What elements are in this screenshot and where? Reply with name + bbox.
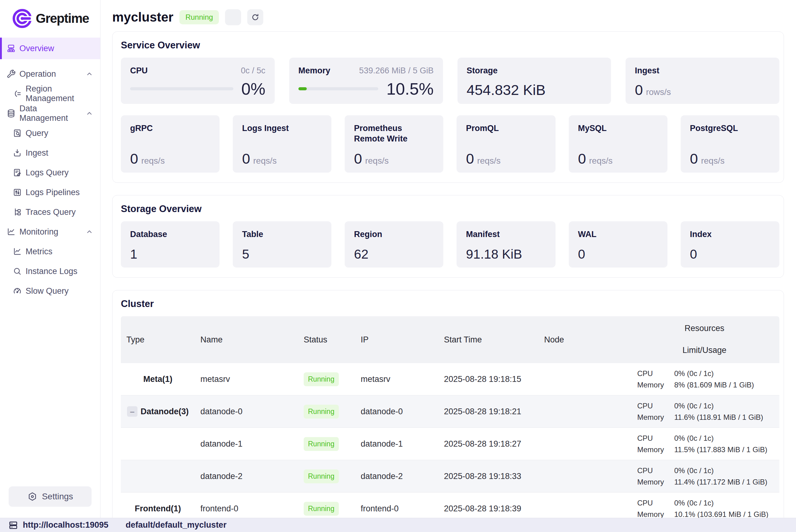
cpu-percent: 0% bbox=[241, 80, 265, 97]
rate-card-value: 0 bbox=[578, 151, 586, 166]
col-name: Name bbox=[195, 335, 298, 345]
cluster-table: Type Name Status IP Start Time Node Reso… bbox=[121, 316, 779, 518]
storage-card-index: Index0 bbox=[681, 221, 779, 268]
sidebar-item-region-management[interactable]: Region Management bbox=[0, 84, 100, 103]
cluster-panel: Cluster Type Name Status IP Start Time N… bbox=[112, 290, 784, 518]
sidebar-item-data-management[interactable]: Data Management bbox=[0, 103, 100, 123]
sidebar-item-label: Metrics bbox=[25, 247, 52, 256]
sidebar-item-instance-logs[interactable]: Instance Logs bbox=[0, 261, 100, 281]
settings-button[interactable]: Settings bbox=[8, 487, 92, 507]
resources-header: Resources bbox=[684, 324, 724, 333]
settings-label: Settings bbox=[42, 492, 73, 501]
storage-card-value: 1 bbox=[130, 248, 137, 261]
cell-start-time: 2025-08-28 19:18:39 bbox=[438, 504, 538, 513]
refresh-button[interactable] bbox=[247, 9, 263, 25]
memory-resource-value: 8% (81.609 MiB / 1 GiB) bbox=[674, 381, 754, 389]
cpu-resource-value: 0% (0c / 1c) bbox=[674, 434, 714, 443]
pipelines-icon bbox=[12, 187, 22, 197]
cell-status: Running bbox=[298, 372, 355, 386]
ingest-value: 0 bbox=[635, 82, 643, 97]
ingest-icon bbox=[12, 148, 22, 158]
cell-ip: metasrv bbox=[355, 375, 438, 384]
storage-overview-title: Storage Overview bbox=[121, 204, 779, 214]
storage-label: Storage bbox=[467, 66, 498, 76]
rate-card-unit: reqs/s bbox=[477, 156, 501, 166]
query-icon bbox=[12, 128, 22, 138]
sidebar-item-overview[interactable]: Overview bbox=[0, 38, 100, 59]
cpu-resource-label: CPU bbox=[637, 466, 674, 475]
col-start-time: Start Time bbox=[438, 335, 538, 345]
search-icon bbox=[12, 266, 22, 276]
storage-card: Storage 454.832 KiB bbox=[457, 58, 611, 104]
blank-action-button[interactable] bbox=[225, 9, 241, 25]
brand-name: Greptime bbox=[36, 11, 89, 26]
rate-card-value: 0 bbox=[242, 151, 250, 166]
cpu-card: CPU 0c / 5c 0% bbox=[121, 58, 275, 104]
memory-limit: 539.266 MiB / 5 GiB bbox=[359, 66, 434, 76]
traces-icon bbox=[12, 207, 22, 217]
sidebar-item-monitoring[interactable]: Monitoring bbox=[0, 222, 100, 242]
chevron-up-icon[interactable] bbox=[86, 228, 93, 236]
rate-card-logs-ingest: Logs Ingest0reqs/s bbox=[233, 115, 331, 173]
brand-logo[interactable]: Greptime bbox=[0, 0, 100, 38]
table-row-datanode-1: datanode-1Runningdatanode-12025-08-28 19… bbox=[121, 428, 779, 460]
sidebar-item-operation[interactable]: Operation bbox=[0, 64, 100, 84]
rate-card-value: 0 bbox=[690, 151, 698, 166]
cell-type: Frontend(1) bbox=[121, 504, 195, 513]
chevron-up-icon[interactable] bbox=[86, 70, 93, 78]
sidebar-item-traces-query[interactable]: Traces Query bbox=[0, 202, 100, 222]
sidebar-nav: OverviewOperationRegion ManagementData M… bbox=[0, 38, 100, 487]
col-ip: IP bbox=[355, 335, 438, 345]
cluster-status-badge: Running bbox=[179, 10, 219, 24]
status-badge: Running bbox=[304, 372, 339, 386]
memory-percent: 10.5% bbox=[386, 80, 433, 97]
cpu-resource-value: 0% (0c / 1c) bbox=[674, 466, 714, 475]
storage-overview-panel: Storage Overview Database1Table5Region62… bbox=[112, 195, 784, 278]
wrench-icon bbox=[6, 69, 16, 79]
sidebar-item-label: Logs Query bbox=[25, 168, 69, 177]
cell-status: Running bbox=[298, 470, 355, 483]
cell-status: Running bbox=[298, 405, 355, 419]
memory-card: Memory 539.266 MiB / 5 GiB 10.5% bbox=[289, 58, 443, 104]
cell-name: frontend-0 bbox=[195, 504, 298, 513]
content-scroll-area[interactable]: Service Overview CPU 0c / 5c 0% bbox=[101, 32, 796, 518]
cell-ip: datanode-1 bbox=[355, 439, 438, 449]
sidebar-item-query[interactable]: Query bbox=[0, 123, 100, 143]
memory-resource-value: 11.6% (118.91 MiB / 1 GiB) bbox=[674, 413, 763, 422]
sidebar-item-logs-query[interactable]: Logs Query bbox=[0, 163, 100, 183]
cell-start-time: 2025-08-28 19:18:33 bbox=[438, 472, 538, 481]
collapse-row-button[interactable]: – bbox=[127, 406, 137, 417]
cell-name: datanode-2 bbox=[195, 472, 298, 481]
chevron-up-icon[interactable] bbox=[86, 110, 93, 117]
cell-name: metasrv bbox=[195, 375, 298, 384]
memory-resource-value: 11.4% (117.172 MiB / 1 GiB) bbox=[674, 478, 767, 487]
sidebar-item-logs-pipelines[interactable]: Logs Pipelines bbox=[0, 183, 100, 202]
sidebar-item-label: Overview bbox=[19, 44, 54, 53]
storage-card-value: 91.18 KiB bbox=[466, 248, 522, 261]
cluster-title: mycluster bbox=[112, 10, 173, 25]
rate-card-value: 0 bbox=[354, 151, 362, 166]
rate-card-label: Prometheus Remote Write bbox=[354, 123, 434, 144]
storage-card-database: Database1 bbox=[121, 221, 220, 268]
sidebar-item-metrics[interactable]: Metrics bbox=[0, 242, 100, 261]
service-stat-grid: CPU 0c / 5c 0% Memory 5 bbox=[121, 58, 779, 104]
rate-card-value: 0 bbox=[130, 151, 138, 166]
sidebar-item-slow-query[interactable]: Slow Query bbox=[0, 281, 100, 301]
node-type-label: Datanode(3) bbox=[140, 407, 189, 416]
cpu-limit: 0c / 5c bbox=[241, 66, 265, 76]
current-database[interactable]: default/default_mycluster bbox=[126, 520, 227, 530]
sidebar-item-label: Instance Logs bbox=[25, 267, 77, 276]
storage-card-region: Region62 bbox=[345, 221, 443, 268]
storage-stat-grid: Database1Table5Region62Manifest91.18 KiB… bbox=[121, 221, 779, 268]
server-url[interactable]: http://localhost:19095 bbox=[23, 520, 109, 530]
rate-card-prometheus-remote-write: Prometheus Remote Write0reqs/s bbox=[345, 115, 443, 173]
sidebar-item-ingest[interactable]: Ingest bbox=[0, 143, 100, 163]
storage-card-label: Database bbox=[130, 229, 210, 240]
storage-card-value: 0 bbox=[690, 248, 697, 261]
cluster-table-body: Meta(1)metasrvRunningmetasrv2025-08-28 1… bbox=[121, 363, 779, 518]
rate-card-label: PostgreSQL bbox=[690, 123, 770, 134]
page-header: mycluster Running bbox=[101, 0, 796, 32]
memory-progress-fill bbox=[299, 87, 307, 90]
sidebar: Greptime OverviewOperationRegion Managem… bbox=[0, 0, 100, 518]
rate-card-unit: reqs/s bbox=[141, 156, 165, 166]
